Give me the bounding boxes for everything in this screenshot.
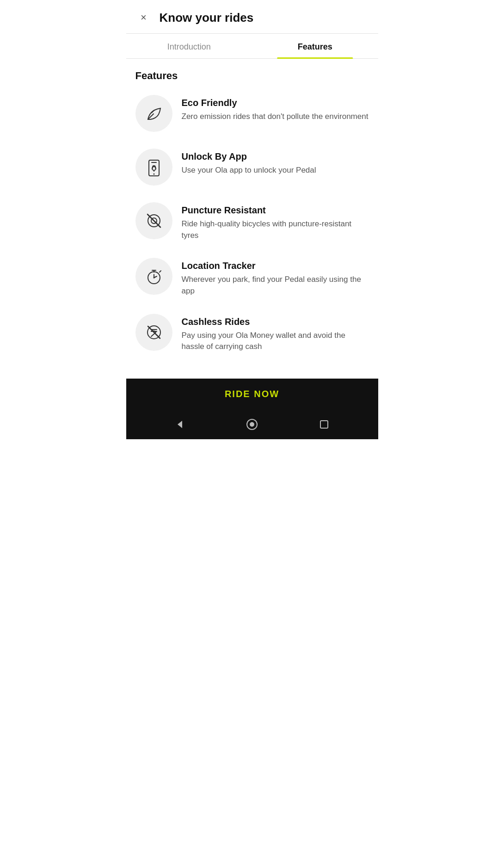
stopwatch-icon [144, 267, 164, 286]
tire-slash-icon [144, 211, 164, 230]
cashless-rides-title: Cashless Rides [182, 317, 369, 327]
tab-introduction[interactable]: Introduction [126, 34, 252, 58]
svg-line-15 [148, 326, 160, 338]
svg-point-12 [153, 277, 154, 279]
cashless-rides-text: Cashless Rides Pay using your Ola Money … [182, 314, 369, 353]
cashless-rides-icon-wrap [135, 314, 172, 351]
header: × Know your rides [126, 0, 378, 34]
rupee-slash-icon [144, 323, 164, 342]
home-button[interactable] [246, 418, 258, 430]
tab-features[interactable]: Features [252, 34, 378, 58]
back-button[interactable] [175, 419, 185, 430]
puncture-resistant-text: Puncture Resistant Ride high-quality bic… [182, 202, 369, 241]
eco-friendly-icon-wrap [135, 95, 172, 132]
feature-item-unlock-by-app: Unlock By App Use your Ola app to unlock… [135, 149, 369, 186]
back-icon [175, 419, 185, 430]
feature-item-cashless-rides: Cashless Rides Pay using your Ola Money … [135, 314, 369, 353]
svg-marker-16 [178, 421, 182, 428]
feature-item-puncture-resistant: Puncture Resistant Ride high-quality bic… [135, 202, 369, 241]
unlock-by-app-title: Unlock By App [182, 151, 369, 162]
content-area: Features Eco Friendly Zero emission ride… [126, 59, 378, 379]
unlock-by-app-icon-wrap [135, 149, 172, 186]
unlock-by-app-text: Unlock By App Use your Ola app to unlock… [182, 149, 369, 176]
location-tracker-text: Location Tracker Wherever you park, find… [182, 258, 369, 297]
svg-line-13 [160, 271, 161, 272]
unlock-by-app-desc: Use your Ola app to unlock your Pedal [182, 165, 369, 176]
eco-friendly-title: Eco Friendly [182, 98, 369, 108]
feature-item-eco-friendly: Eco Friendly Zero emission rides that do… [135, 95, 369, 132]
phone-lock-icon [144, 157, 164, 177]
location-tracker-desc: Wherever you park, find your Pedal easil… [182, 274, 369, 297]
location-tracker-title: Location Tracker [182, 261, 369, 271]
section-title: Features [135, 70, 369, 82]
recents-button[interactable] [319, 419, 329, 430]
svg-rect-19 [320, 421, 328, 428]
close-button[interactable]: × [135, 9, 152, 26]
ride-now-label: RIDE NOW [225, 389, 279, 399]
puncture-resistant-desc: Ride high-quality bicycles with puncture… [182, 218, 369, 241]
page-title: Know your rides [160, 11, 254, 25]
bottom-nav [126, 410, 378, 439]
puncture-resistant-icon-wrap [135, 202, 172, 239]
cashless-rides-desc: Pay using your Ola Money wallet and avoi… [182, 330, 369, 353]
recents-icon [319, 419, 329, 430]
svg-point-18 [250, 422, 254, 427]
ride-now-bar[interactable]: RIDE NOW [126, 379, 378, 410]
leaf-icon [144, 104, 164, 123]
feature-item-location-tracker: Location Tracker Wherever you park, find… [135, 258, 369, 297]
svg-point-4 [153, 174, 154, 175]
home-icon [246, 418, 258, 430]
puncture-resistant-title: Puncture Resistant [182, 205, 369, 216]
location-tracker-icon-wrap [135, 258, 172, 295]
tab-bar: Introduction Features [126, 34, 378, 59]
eco-friendly-desc: Zero emission rides that don't pollute t… [182, 111, 369, 123]
eco-friendly-text: Eco Friendly Zero emission rides that do… [182, 95, 369, 123]
